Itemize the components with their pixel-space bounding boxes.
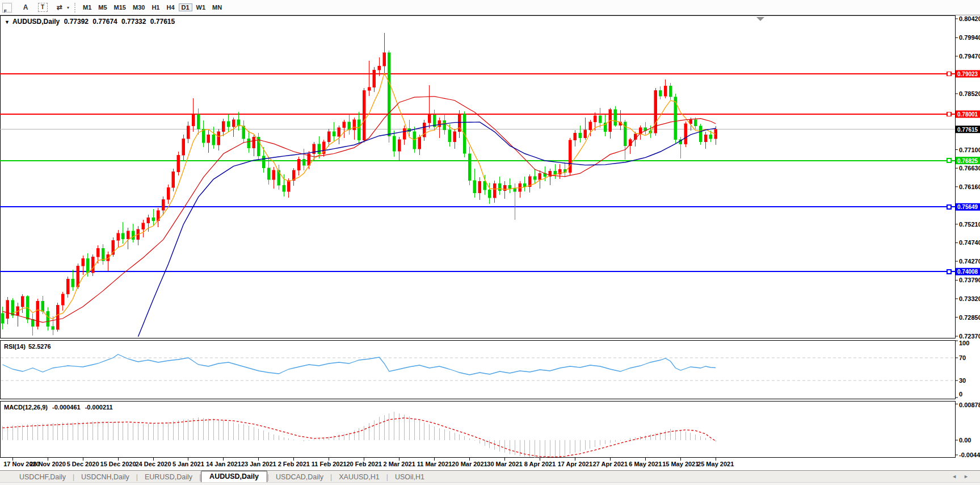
svg-text:15 Dec 2020: 15 Dec 2020 bbox=[100, 461, 136, 467]
chart-area[interactable]: 0.804200.799400.794700.785200.771000.766… bbox=[0, 15, 980, 470]
svg-text:0.75210: 0.75210 bbox=[959, 221, 980, 228]
svg-text:14 Jan 2021: 14 Jan 2021 bbox=[206, 461, 241, 467]
svg-text:0.79470: 0.79470 bbox=[959, 53, 980, 60]
macd-indicator-label: MACD(12,26,9) -0.000461 -0.000211 bbox=[4, 404, 116, 411]
svg-text:0.72370: 0.72370 bbox=[959, 333, 980, 340]
symbol-period-label: AUDUSD,Daily bbox=[12, 18, 60, 26]
svg-text:26 Nov 2020: 26 Nov 2020 bbox=[30, 461, 66, 467]
symbol-tab-xauusd[interactable]: XAUUSD,H1 bbox=[332, 472, 386, 483]
tab-scroll-right-icon[interactable]: ► bbox=[964, 474, 975, 479]
svg-text:0.74008: 0.74008 bbox=[957, 269, 978, 275]
svg-text:0.78001: 0.78001 bbox=[957, 111, 978, 118]
timeframe-button-h4[interactable]: H4 bbox=[163, 3, 177, 11]
timeframe-button-m30[interactable]: M30 bbox=[130, 3, 148, 11]
svg-text:0.79023: 0.79023 bbox=[957, 71, 978, 77]
toolbar-drag-handle[interactable] bbox=[74, 3, 75, 12]
svg-text:8 Apr 2021: 8 Apr 2021 bbox=[524, 461, 556, 467]
svg-text:27 Apr 2021: 27 Apr 2021 bbox=[593, 461, 628, 467]
svg-text:0.77100: 0.77100 bbox=[959, 147, 980, 153]
svg-text:100: 100 bbox=[959, 340, 969, 346]
svg-text:0.76160: 0.76160 bbox=[959, 183, 980, 190]
timeframe-button-mn[interactable]: MN bbox=[209, 3, 225, 11]
price-chart-canvas[interactable]: 0.804200.799400.794700.785200.771000.766… bbox=[0, 15, 980, 470]
price-axis: 0.804200.799400.794700.785200.771000.766… bbox=[956, 15, 980, 458]
svg-text:20 Mar 2021: 20 Mar 2021 bbox=[452, 461, 487, 467]
close-value: 0.77615 bbox=[150, 18, 175, 26]
timeframe-button-m5[interactable]: M5 bbox=[95, 3, 110, 11]
indicator-grid-icon[interactable]: F bbox=[2, 2, 15, 13]
svg-text:5 Dec 2020: 5 Dec 2020 bbox=[67, 461, 99, 467]
rsi-value: 52.5276 bbox=[28, 343, 51, 350]
symbol-tab-usoil[interactable]: USOil,H1 bbox=[388, 472, 431, 483]
toolbar: F A T ⇄ ▾ M1M5M15M30H1H4D1W1MN bbox=[0, 0, 980, 15]
high-value: 0.77674 bbox=[92, 18, 117, 26]
macd-signal-value: -0.000211 bbox=[85, 404, 113, 411]
svg-text:2 Feb 2021: 2 Feb 2021 bbox=[278, 461, 310, 467]
svg-text:0.77615: 0.77615 bbox=[957, 127, 978, 133]
svg-text:11 Mar 2021: 11 Mar 2021 bbox=[417, 461, 452, 467]
tab-scroll-arrows: ◄► bbox=[952, 474, 975, 479]
svg-text:0.79940: 0.79940 bbox=[959, 34, 980, 41]
arrow-tools-dropdown-icon[interactable]: ▾ bbox=[67, 5, 69, 10]
svg-text:0.00: 0.00 bbox=[959, 437, 971, 444]
tab-scroll-left-icon[interactable]: ◄ bbox=[952, 474, 964, 479]
svg-text:5 Jan 2021: 5 Jan 2021 bbox=[173, 461, 204, 467]
symbol-tab-usdcad[interactable]: USDCAD,Daily bbox=[269, 472, 330, 483]
timeframe-button-m15[interactable]: M15 bbox=[111, 3, 129, 11]
svg-text:0.76630: 0.76630 bbox=[959, 165, 980, 172]
symbol-tab-usdchf[interactable]: USDCHF,Daily bbox=[12, 472, 73, 483]
panel-borders bbox=[1, 16, 956, 458]
svg-text:6 May 2021: 6 May 2021 bbox=[629, 461, 662, 467]
timeframe-button-h1[interactable]: H1 bbox=[149, 3, 162, 11]
macd-main-value: -0.000461 bbox=[52, 404, 81, 411]
svg-text:0.75649: 0.75649 bbox=[957, 204, 978, 210]
svg-text:2 Mar 2021: 2 Mar 2021 bbox=[384, 461, 415, 467]
svg-text:0.78520: 0.78520 bbox=[959, 90, 980, 97]
svg-text:0.76825: 0.76825 bbox=[957, 158, 978, 164]
svg-text:17 Apr 2021: 17 Apr 2021 bbox=[558, 461, 592, 467]
svg-text:0.73790: 0.73790 bbox=[959, 277, 980, 283]
svg-text:30 Mar 2021: 30 Mar 2021 bbox=[487, 461, 522, 467]
low-value: 0.77332 bbox=[121, 18, 146, 26]
symbol-tab-audusd[interactable]: AUDUSD,Daily bbox=[201, 471, 267, 483]
timeframe-button-m1[interactable]: M1 bbox=[80, 3, 94, 11]
svg-text:0: 0 bbox=[959, 391, 962, 398]
collapse-icon[interactable]: ▼ bbox=[5, 19, 10, 25]
svg-text:0.74740: 0.74740 bbox=[959, 239, 980, 246]
svg-text:11 Feb 2021: 11 Feb 2021 bbox=[312, 461, 347, 467]
symbol-tab-usdcnh[interactable]: USDCNH,Daily bbox=[74, 472, 136, 483]
svg-text:0.73320: 0.73320 bbox=[959, 295, 980, 302]
symbol-tabs: USDCHF,Daily|USDCNH,Daily|EURUSD,Daily|A… bbox=[12, 471, 431, 483]
rsi-indicator-label: RSI(14)52.5276 bbox=[4, 343, 54, 350]
svg-text:-0.004451: -0.004451 bbox=[959, 451, 980, 458]
status-strip bbox=[0, 482, 980, 485]
chart-title: ▼AUDUSD,Daily 0.77392 0.77674 0.77332 0.… bbox=[5, 18, 177, 26]
symbol-tab-bar: USDCHF,Daily|USDCNH,Daily|EURUSD,Daily|A… bbox=[0, 470, 980, 483]
timeframe-button-w1[interactable]: W1 bbox=[194, 3, 209, 11]
svg-text:0.74270: 0.74270 bbox=[959, 258, 980, 265]
text-box-tool-icon[interactable]: T bbox=[36, 2, 49, 13]
svg-text:0.80420: 0.80420 bbox=[959, 15, 980, 22]
terminal-window: F A T ⇄ ▾ M1M5M15M30H1H4D1W1MN 0.804200.… bbox=[0, 0, 980, 485]
symbol-tab-eurusd[interactable]: EURUSD,Daily bbox=[138, 472, 199, 483]
date-axis: 17 Nov 202026 Nov 20205 Dec 202015 Dec 2… bbox=[3, 458, 734, 467]
svg-text:30: 30 bbox=[959, 377, 966, 384]
svg-text:0.008782: 0.008782 bbox=[959, 402, 980, 408]
open-value: 0.77392 bbox=[64, 18, 89, 26]
timeframe-button-d1[interactable]: D1 bbox=[179, 3, 192, 11]
arrow-tools-icon[interactable]: ⇄ bbox=[53, 2, 66, 13]
svg-text:20 Feb 2021: 20 Feb 2021 bbox=[347, 461, 382, 467]
svg-text:23 Jan 2021: 23 Jan 2021 bbox=[241, 461, 276, 467]
svg-text:15 May 2021: 15 May 2021 bbox=[662, 461, 699, 467]
svg-text:70: 70 bbox=[959, 354, 966, 361]
svg-text:25 May 2021: 25 May 2021 bbox=[697, 461, 734, 467]
text-label-icon[interactable]: A bbox=[19, 2, 32, 13]
timeframe-button-group: M1M5M15M30H1H4D1W1MN bbox=[79, 2, 225, 13]
svg-text:0.72850: 0.72850 bbox=[959, 314, 980, 321]
svg-text:24 Dec 2020: 24 Dec 2020 bbox=[136, 461, 171, 467]
